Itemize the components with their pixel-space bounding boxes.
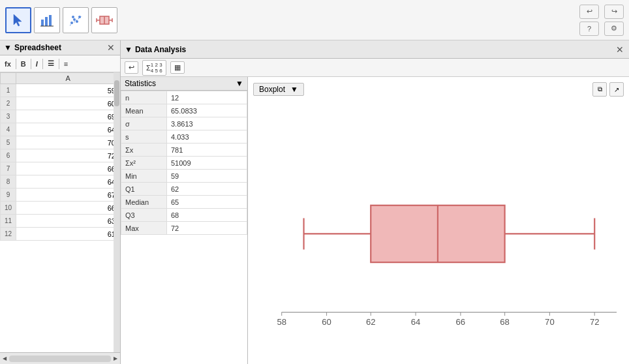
svg-text:62: 62: [366, 317, 376, 327]
horizontal-scrollbar[interactable]: [9, 356, 111, 362]
svg-text:60: 60: [322, 317, 331, 327]
spreadsheet-scroll-area[interactable]: A 15926036946457067276686496710661163126…: [0, 72, 120, 352]
stat-value: 62: [167, 183, 247, 196]
col-a-header: A: [16, 73, 120, 84]
boxplot-tool-button[interactable]: [91, 7, 117, 33]
formula-italic-button[interactable]: I: [34, 59, 40, 68]
row-number: 12: [1, 228, 16, 241]
settings-button[interactable]: ⚙: [604, 22, 624, 36]
svg-text:66: 66: [456, 317, 466, 327]
cell-value[interactable]: 61: [16, 228, 120, 241]
cell-value[interactable]: 70: [16, 136, 120, 149]
scatter-tool-button[interactable]: [63, 7, 89, 33]
svg-point-6: [73, 18, 76, 21]
stat-value: 72: [167, 222, 247, 235]
statistics-dropdown[interactable]: Statistics ▼: [121, 77, 247, 91]
cell-value[interactable]: 66: [16, 202, 120, 215]
svg-text:72: 72: [590, 317, 600, 327]
row-number: 5: [1, 136, 16, 149]
formula-align-left-button[interactable]: ☰: [46, 59, 56, 68]
cell-value[interactable]: 64: [16, 123, 120, 136]
table-row: 672: [1, 149, 120, 162]
spreadsheet-table: A 15926036946457067276686496710661163126…: [0, 72, 120, 241]
toolbar-tools: [5, 7, 117, 33]
help-button[interactable]: ?: [579, 22, 599, 36]
row-num-header: [1, 73, 16, 84]
stats-row: s4.033: [121, 130, 247, 144]
chart-svg-container: 58 60 62 64 66 68 70: [253, 102, 624, 359]
chart-type-label: Boxplot: [259, 85, 285, 94]
scroll-right-button[interactable]: ▶: [114, 356, 117, 361]
chart-type-selector[interactable]: Boxplot ▼: [253, 83, 304, 96]
row-number: 2: [1, 97, 16, 110]
cell-value[interactable]: 72: [16, 149, 120, 162]
table-row: 1163: [1, 215, 120, 228]
stats-row: Q162: [121, 183, 247, 196]
spreadsheet-bottom-bar: ◀ ▶: [0, 352, 120, 364]
spreadsheet-panel: ▼ Spreadsheet ✕ fx B I ☰ ≡ A: [0, 40, 121, 364]
formula-bold-button[interactable]: B: [19, 59, 28, 68]
stats-row: Median65: [121, 196, 247, 209]
stat-value: 68: [167, 209, 247, 222]
svg-rect-2: [45, 17, 48, 26]
chart-area: Boxplot ▼ ⧉ ↗: [248, 77, 629, 364]
cell-value[interactable]: 59: [16, 84, 120, 97]
spreadsheet-collapse-arrow[interactable]: ▼: [4, 43, 12, 52]
da-collapse-arrow[interactable]: ▼: [125, 45, 132, 54]
cell-value[interactable]: 64: [16, 175, 120, 189]
da-undo-button[interactable]: ↩: [125, 61, 138, 74]
select-tool-button[interactable]: [5, 7, 31, 33]
formula-fx-button[interactable]: fx: [3, 59, 13, 68]
stat-value: 51009: [167, 157, 247, 170]
table-row: 159: [1, 84, 120, 97]
bar-chart-tool-button[interactable]: [34, 7, 60, 33]
cell-value[interactable]: 66: [16, 162, 120, 175]
svg-text:58: 58: [277, 317, 286, 327]
stat-value: 65.0833: [167, 104, 247, 117]
svg-text:70: 70: [545, 317, 555, 327]
formula-align-right-button[interactable]: ≡: [62, 59, 70, 68]
cell-value[interactable]: 60: [16, 97, 120, 110]
spreadsheet-title: Spreadsheet: [14, 43, 61, 52]
chart-copy-button[interactable]: ⧉: [592, 82, 607, 97]
stat-label: Q3: [121, 209, 167, 222]
scroll-thumb[interactable]: [114, 80, 119, 106]
stat-label: Q1: [121, 183, 167, 196]
da-table-button[interactable]: ▦: [170, 61, 185, 74]
svg-marker-0: [14, 14, 22, 26]
redo-button[interactable]: ↪: [604, 5, 624, 19]
da-header: ▼ Data Analysis ✕: [121, 40, 629, 59]
cell-value[interactable]: 63: [16, 215, 120, 228]
da-title: Data Analysis: [135, 45, 186, 54]
chart-export-button[interactable]: ↗: [609, 82, 624, 97]
chart-type-dropdown-arrow: ▼: [290, 85, 298, 94]
table-row: 369: [1, 110, 120, 123]
row-number: 4: [1, 123, 16, 136]
stats-row: Max72: [121, 222, 247, 235]
undo-button[interactable]: ↩: [579, 5, 599, 19]
stat-value: 65: [167, 196, 247, 209]
stat-label: Mean: [121, 104, 167, 117]
da-close-button[interactable]: ✕: [615, 44, 625, 55]
da-toolbar: ↩ Σ 1 2 34 5 6 ▦: [121, 59, 629, 77]
svg-text:68: 68: [500, 317, 510, 327]
vertical-scrollbar[interactable]: [114, 72, 120, 352]
da-sigma-button[interactable]: Σ 1 2 34 5 6: [142, 60, 166, 76]
row-number: 1: [1, 84, 16, 97]
cell-value[interactable]: 67: [16, 189, 120, 202]
spreadsheet-close-button[interactable]: ✕: [106, 42, 116, 53]
row-number: 8: [1, 175, 16, 189]
row-number: 11: [1, 215, 16, 228]
stat-label: Σx: [121, 144, 167, 157]
stats-row: n12: [121, 91, 247, 104]
stats-row: Q368: [121, 209, 247, 222]
table-row: 464: [1, 123, 120, 136]
stat-value: 12: [167, 91, 247, 104]
cell-value[interactable]: 69: [16, 110, 120, 123]
stat-label: σ: [121, 117, 167, 130]
svg-point-9: [72, 16, 74, 18]
spreadsheet-header: ▼ Spreadsheet ✕: [0, 40, 120, 55]
stat-value: 3.8613: [167, 117, 247, 130]
scroll-left-button[interactable]: ◀: [3, 356, 7, 361]
main-toolbar: ↩ ↪ ? ⚙: [0, 0, 629, 40]
